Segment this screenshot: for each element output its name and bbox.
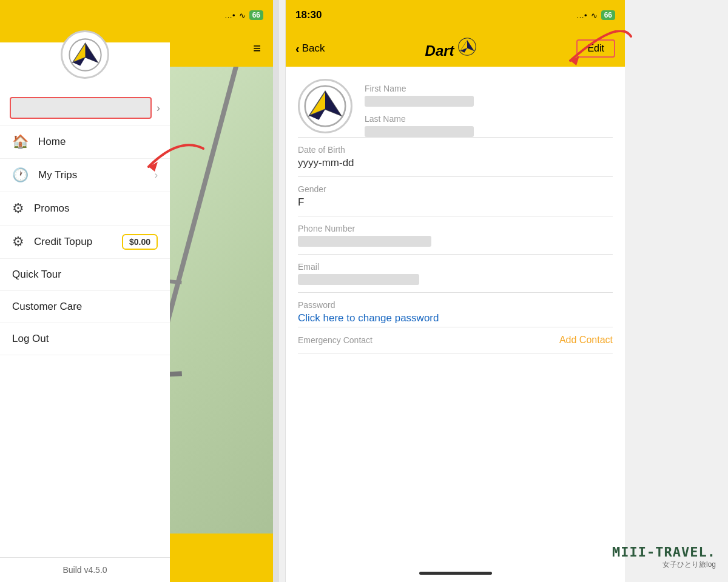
right-signal-icon: …• xyxy=(576,11,587,20)
right-battery-badge: 66 xyxy=(601,10,615,20)
sidebar-trips-label: My Trips xyxy=(38,169,155,181)
password-change-link[interactable]: Click here to change password xyxy=(298,312,613,324)
sidebar-menu: 🏠 Home 🕐 My Trips › ⚙ Promos ⚙ Credit To… xyxy=(0,125,170,557)
sidebar-item-promos[interactable]: ⚙ Promos xyxy=(0,192,170,226)
sidebar-avatar xyxy=(61,30,109,79)
sidebar-home-label: Home xyxy=(38,136,158,148)
battery-badge: 66 xyxy=(249,10,263,20)
last-name-label: Last Name xyxy=(365,114,613,124)
phone-section: Phone Number xyxy=(286,216,625,254)
gender-label: Gender xyxy=(298,184,613,194)
dob-section: Date of Birth yyyy-mm-dd xyxy=(286,138,625,176)
phone-label: Phone Number xyxy=(298,224,613,233)
gender-value: F xyxy=(298,196,613,213)
sidebar-item-log-out[interactable]: Log Out xyxy=(0,323,170,355)
sidebar-name-row[interactable]: › xyxy=(0,91,170,125)
watermark: MIII-TRAVEL. 女子ひとり旅log xyxy=(612,544,716,570)
right-status-bar: 18:30 …• ∿ 66 xyxy=(286,0,625,30)
trips-icon: 🕐 xyxy=(12,167,29,183)
password-label: Password xyxy=(298,300,613,310)
password-section: Password Click here to change password xyxy=(286,293,625,327)
left-status-icons: …• ∿ 66 xyxy=(224,10,263,20)
watermark-main: MIII-TRAVEL. xyxy=(612,544,716,560)
divider-7 xyxy=(298,353,613,353)
dob-value: yyyy-mm-dd xyxy=(298,157,613,174)
gender-section: Gender F xyxy=(286,177,625,216)
email-value-bar xyxy=(298,274,419,285)
add-contact-button[interactable]: Add Contact xyxy=(559,335,613,346)
sidebar-drawer: › 🏠 Home 🕐 My Trips › ⚙ Promos ⚙ Credit … xyxy=(0,0,170,582)
right-header: ‹ Back Dart Edit xyxy=(286,30,625,67)
build-version: Build v4.5.0 xyxy=(0,557,170,582)
sidebar-avatar-area xyxy=(0,42,170,85)
credit-icon: ⚙ xyxy=(12,234,24,250)
email-label: Email xyxy=(298,262,613,272)
sidebar-name-input[interactable] xyxy=(10,97,152,119)
sidebar-item-home[interactable]: 🏠 Home xyxy=(0,125,170,159)
emergency-label: Emergency Contact xyxy=(298,335,372,345)
signal-icon: …• xyxy=(224,11,235,20)
profile-avatar xyxy=(298,79,352,133)
right-panel: 18:30 …• ∿ 66 ‹ Back Dart Edit xyxy=(285,0,625,582)
phone-value-bar xyxy=(298,236,431,247)
profile-avatar-icon xyxy=(304,85,346,127)
dob-label: Date of Birth xyxy=(298,145,613,155)
home-icon: 🏠 xyxy=(12,134,29,150)
last-name-bar xyxy=(365,126,474,137)
sidebar-item-quick-tour[interactable]: Quick Tour xyxy=(0,259,170,291)
sidebar-item-my-trips[interactable]: 🕐 My Trips › xyxy=(0,159,170,192)
svg-marker-6 xyxy=(85,43,98,62)
back-label: Back xyxy=(302,42,325,55)
credit-badge: $0.00 xyxy=(122,234,158,250)
sidebar-logo-icon xyxy=(69,38,102,72)
edit-button[interactable]: Edit xyxy=(576,39,615,58)
back-chevron-icon: ‹ xyxy=(295,42,300,56)
bottom-indicator xyxy=(286,564,625,582)
right-wifi-icon: ∿ xyxy=(591,11,598,20)
left-panel: 18:29 …• ∿ 66 Dart ≡ ●●●●●● Se xyxy=(0,0,273,582)
first-name-label: First Name xyxy=(365,84,613,93)
back-button[interactable]: ‹ Back xyxy=(295,42,325,56)
trips-chevron: › xyxy=(155,170,158,181)
email-section: Email xyxy=(286,255,625,292)
right-dart-logo: Dart xyxy=(425,38,477,59)
right-status-icons: …• ∿ 66 xyxy=(576,10,615,20)
hamburger-icon[interactable]: ≡ xyxy=(253,41,261,56)
first-name-bar xyxy=(365,96,474,107)
sidebar-name-chevron: › xyxy=(157,102,160,115)
right-logo-icon xyxy=(458,38,476,56)
promos-icon: ⚙ xyxy=(12,201,24,216)
watermark-sub: 女子ひとり旅log xyxy=(612,560,716,570)
home-indicator xyxy=(419,572,492,575)
right-time: 18:30 xyxy=(295,9,322,21)
emergency-contact-section: Emergency Contact Add Contact xyxy=(286,327,625,353)
profile-content: First Name Last Name Date of Birth yyyy-… xyxy=(286,67,625,564)
sidebar-item-credit-topup[interactable]: ⚙ Credit Topup $0.00 xyxy=(0,226,170,259)
sidebar-promos-label: Promos xyxy=(34,202,158,215)
sidebar-credit-label: Credit Topup xyxy=(34,236,122,248)
wifi-icon: ∿ xyxy=(239,11,246,20)
sidebar-item-customer-care[interactable]: Customer Care xyxy=(0,291,170,323)
profile-name-fields: First Name Last Name xyxy=(365,79,613,137)
panel-divider xyxy=(273,0,279,582)
profile-header-row: First Name Last Name xyxy=(286,67,625,137)
